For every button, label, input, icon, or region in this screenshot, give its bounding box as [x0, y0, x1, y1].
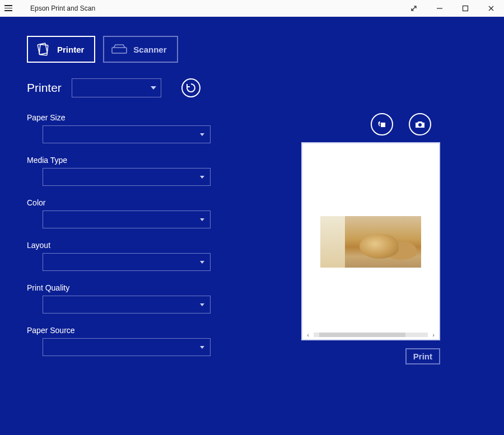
chevron-down-icon	[200, 261, 204, 264]
preview-scrollbar[interactable]: ‹ ›	[305, 331, 437, 338]
scroll-track[interactable]	[314, 333, 428, 337]
chevron-down-icon	[200, 133, 204, 136]
svg-rect-3	[112, 48, 127, 53]
paper-size-dropdown[interactable]	[43, 125, 211, 143]
chevron-down-icon	[200, 218, 204, 221]
chevron-down-icon	[200, 346, 204, 349]
svg-point-5	[418, 123, 422, 127]
tab-printer[interactable]: Printer	[27, 36, 95, 63]
print-quality-dropdown[interactable]	[43, 296, 211, 314]
scroll-right-icon[interactable]: ›	[430, 331, 437, 338]
field-paper-size: Paper Size	[27, 113, 212, 143]
layout-dropdown[interactable]	[43, 253, 211, 271]
chevron-down-icon	[200, 176, 204, 179]
printer-dropdown[interactable]	[72, 78, 161, 97]
field-layout: Layout	[27, 241, 212, 271]
printer-select-row: Printer	[27, 78, 482, 97]
field-paper-source: Paper Source	[27, 326, 212, 356]
layout-label: Layout	[27, 241, 212, 250]
printer-label: Printer	[27, 81, 62, 95]
chevron-down-icon	[200, 303, 204, 306]
rotate-button[interactable]	[371, 113, 393, 135]
enter-fullscreen-button[interactable]	[401, 0, 427, 16]
tab-scanner-label: Scanner	[133, 45, 166, 54]
hamburger-icon[interactable]	[4, 3, 15, 13]
refresh-button[interactable]	[181, 78, 200, 97]
field-print-quality: Print Quality	[27, 283, 212, 314]
scanner-icon	[111, 41, 128, 58]
color-dropdown[interactable]	[43, 211, 211, 228]
print-settings: Paper Size Media Type Color	[27, 113, 212, 368]
minimize-button[interactable]	[427, 0, 452, 16]
tab-scanner[interactable]: Scanner	[103, 36, 178, 63]
svg-rect-0	[463, 6, 468, 11]
scroll-thumb[interactable]	[319, 333, 405, 337]
close-button[interactable]	[478, 0, 504, 16]
refresh-icon	[185, 82, 197, 93]
rotate-icon	[376, 118, 388, 130]
preview-image	[320, 216, 421, 268]
paper-source-dropdown[interactable]	[43, 338, 211, 356]
paper-source-label: Paper Source	[27, 326, 212, 335]
tab-printer-label: Printer	[57, 45, 84, 54]
app-body: Printer Scanner Printer	[0, 17, 504, 435]
media-type-label: Media Type	[27, 156, 212, 165]
color-label: Color	[27, 198, 212, 207]
mode-tabs: Printer Scanner	[27, 36, 482, 63]
preview-area: ‹ › Print	[245, 113, 482, 368]
preview-actions	[245, 113, 482, 135]
window-controls	[401, 0, 504, 16]
window-title: Epson Print and Scan	[30, 4, 95, 12]
camera-button[interactable]	[409, 113, 431, 135]
print-button[interactable]: Print	[405, 348, 440, 364]
camera-icon	[414, 118, 426, 130]
chevron-down-icon	[151, 86, 156, 90]
field-color: Color	[27, 198, 212, 228]
paper-size-label: Paper Size	[27, 113, 212, 122]
svg-rect-4	[381, 123, 385, 127]
field-media-type: Media Type	[27, 156, 212, 186]
titlebar: Epson Print and Scan	[0, 0, 504, 17]
media-type-dropdown[interactable]	[43, 168, 211, 186]
printer-icon	[35, 41, 52, 58]
print-quality-label: Print Quality	[27, 283, 212, 292]
maximize-button[interactable]	[452, 0, 478, 16]
page-preview: ‹ ›	[301, 142, 440, 340]
print-button-label: Print	[413, 352, 432, 361]
scroll-left-icon[interactable]: ‹	[305, 331, 311, 338]
